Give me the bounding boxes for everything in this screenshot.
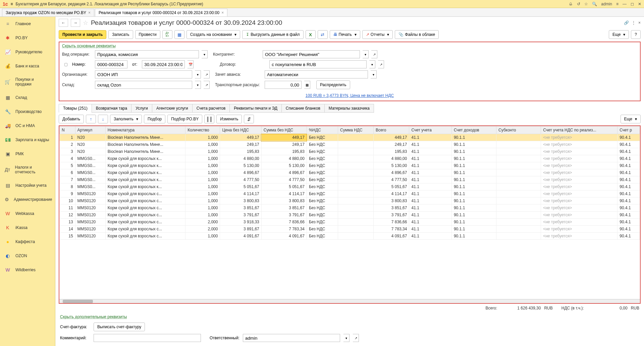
excel-icon[interactable]: X — [306, 30, 316, 39]
table-cell[interactable]: Без НДС — [307, 233, 338, 240]
table-cell[interactable]: MMS0120 — [75, 190, 105, 197]
table-cell[interactable]: 4 896,67 — [220, 169, 261, 176]
column-header[interactable]: Номенклатура — [105, 126, 185, 134]
history-icon[interactable]: ↺ — [577, 2, 580, 6]
table-cell[interactable]: <не требуется> — [541, 197, 618, 205]
table-cell[interactable] — [496, 212, 541, 219]
table-cell[interactable]: Без НДС — [307, 197, 338, 205]
table-cell[interactable]: 4 896,67 — [373, 169, 409, 176]
more-button[interactable]: Еще▾ — [609, 30, 629, 39]
table-cell[interactable]: 449,17 — [373, 134, 409, 141]
bell-icon[interactable]: 🕭 — [569, 2, 573, 6]
hide-main-fields-link[interactable]: Скрыть основные реквизиты — [62, 44, 116, 48]
table-cell[interactable]: 3 891,67 — [220, 226, 261, 233]
table-cell[interactable]: 13 — [60, 219, 75, 226]
nav-back-button[interactable]: ← — [59, 19, 68, 27]
exchange-icon[interactable]: ⇄ — [318, 30, 328, 39]
table-cell[interactable]: 249,17 — [220, 141, 261, 148]
table-cell[interactable]: Корм сухой для взрослых с... — [105, 219, 185, 226]
table-cell[interactable]: 90.1.1 — [451, 169, 496, 176]
table-row[interactable]: 12MMS0120Корм сухой для взрослых с...1,0… — [60, 212, 640, 219]
table-cell[interactable]: 10 — [60, 197, 75, 205]
table-cell[interactable]: Без НДС — [307, 134, 338, 141]
table-cell[interactable]: 3 800,83 — [373, 197, 409, 205]
table-cell[interactable]: 41.1 — [409, 233, 451, 240]
table-cell[interactable]: MMS0120 — [75, 212, 105, 219]
table-cell[interactable]: 90.4.1 — [618, 226, 640, 233]
table-cell[interactable]: <не требуется> — [541, 233, 618, 240]
table-cell[interactable]: 90.4.1 — [618, 197, 640, 205]
table-cell[interactable]: 1,000 — [185, 162, 220, 169]
advance-input[interactable] — [265, 70, 368, 78]
table-cell[interactable]: <не требуется> — [541, 226, 618, 233]
table-cell[interactable]: 3 851,67 — [373, 205, 409, 212]
table-cell[interactable]: 1,000 — [185, 212, 220, 219]
table-cell[interactable]: 3 791,67 — [373, 212, 409, 219]
table-cell[interactable]: 5 — [60, 162, 75, 169]
table-cell[interactable]: MMGS0... — [75, 183, 105, 190]
link-icon[interactable]: 🔗 — [624, 20, 629, 25]
table-cell[interactable]: MMGS0... — [75, 176, 105, 183]
menu-icon[interactable]: ≡ — [11, 2, 13, 6]
table-cell[interactable]: 1,000 — [185, 148, 220, 155]
table-row[interactable]: 10MMS0120Корм сухой для взрослых с...1,0… — [60, 197, 640, 205]
table-cell[interactable]: 4 880,00 — [220, 155, 261, 162]
table-cell[interactable]: 90.1.1 — [451, 197, 496, 205]
sidebar-item-16[interactable]: ◐OZON — [0, 249, 55, 263]
table-cell[interactable]: 1,000 — [185, 169, 220, 176]
table-cell[interactable]: 1,000 — [185, 205, 220, 212]
sidebar-item-17[interactable]: WWildberries — [0, 263, 55, 277]
table-cell[interactable]: 41.1 — [409, 226, 451, 233]
partner-input[interactable] — [263, 50, 360, 58]
column-header[interactable]: N — [60, 126, 75, 134]
table-cell[interactable]: 1,000 — [185, 190, 220, 197]
number-input[interactable] — [95, 60, 127, 68]
table-row[interactable]: 1N20Bioclean Наполнитель Мине...1,000449… — [60, 134, 640, 141]
comment-input[interactable] — [94, 334, 201, 342]
table-cell[interactable]: <не требуется> — [541, 183, 618, 190]
hide-additional-link[interactable]: Скрыть дополнительные реквизиты — [60, 314, 639, 319]
calendar-icon[interactable]: 📅 — [187, 60, 194, 68]
table-cell[interactable]: 195,83 — [261, 148, 307, 155]
table-cell[interactable]: Без НДС — [307, 162, 338, 169]
table-cell[interactable]: 249,17 — [261, 141, 307, 148]
table-cell[interactable]: 14 — [60, 226, 75, 233]
section-tab[interactable]: Товары (251) — [59, 104, 92, 113]
column-header[interactable]: Счет учета — [409, 126, 451, 134]
dropdown-icon[interactable]: ▾ — [371, 70, 377, 78]
sidebar-item-10[interactable]: ДтНалоги и отчетность — [0, 161, 55, 178]
table-cell[interactable]: 4 114,17 — [373, 190, 409, 197]
table-cell[interactable] — [496, 197, 541, 205]
table-row[interactable]: 15MMS0120Корм сухой для взрослых с...1,0… — [60, 233, 640, 240]
table-cell[interactable]: 90.1.1 — [451, 190, 496, 197]
table-cell[interactable]: Корм сухой для взрослых к... — [105, 162, 185, 169]
table-cell[interactable]: 90.1.1 — [451, 183, 496, 190]
tab-ozon-load[interactable]: Загрузка продаж OZON по месяцам РО.BY × — [2, 9, 94, 16]
op-type-select[interactable] — [95, 50, 199, 58]
table-row[interactable]: 13MMS0120Корм сухой для взрослых с...2,0… — [60, 219, 640, 226]
table-cell[interactable]: Без НДС — [307, 148, 338, 155]
open-icon[interactable]: ↗ — [378, 60, 384, 68]
table-cell[interactable]: 90.1.1 — [451, 212, 496, 219]
table-cell[interactable]: N20 — [75, 134, 105, 141]
table-cell[interactable]: 4 777,50 — [261, 176, 307, 183]
table-cell[interactable]: 90.1.1 — [451, 162, 496, 169]
table-cell[interactable]: 41.1 — [409, 162, 451, 169]
table-cell[interactable] — [338, 183, 374, 190]
table-cell[interactable]: 90.1.1 — [451, 233, 496, 240]
table-row[interactable]: 7MMGS0...Корм сухой для взрослых к...1,0… — [60, 176, 640, 183]
table-row[interactable]: 8MMGS0...Корм сухой для взрослых к...1,0… — [60, 183, 640, 190]
table-cell[interactable]: Корм сухой для взрослых с... — [105, 212, 185, 219]
table-cell[interactable]: 90.4.1 — [618, 233, 640, 240]
nav-forward-button[interactable]: → — [71, 19, 80, 27]
table-row[interactable]: 9MMS0120Корм сухой для взрослых с...1,00… — [60, 190, 640, 197]
table-row[interactable]: 3N20Bioclean Наполнитель Мине...1,000195… — [60, 148, 640, 155]
table-cell[interactable]: <не требуется> — [541, 190, 618, 197]
table-cell[interactable] — [338, 233, 374, 240]
table-cell[interactable]: Без НДС — [307, 205, 338, 212]
table-cell[interactable]: 41.1 — [409, 148, 451, 155]
column-header[interactable]: Субконто — [496, 126, 541, 134]
table-cell[interactable]: 11 — [60, 205, 75, 212]
open-icon[interactable]: ↗ — [204, 81, 210, 89]
column-header[interactable]: Сумма без НДС — [261, 126, 307, 134]
